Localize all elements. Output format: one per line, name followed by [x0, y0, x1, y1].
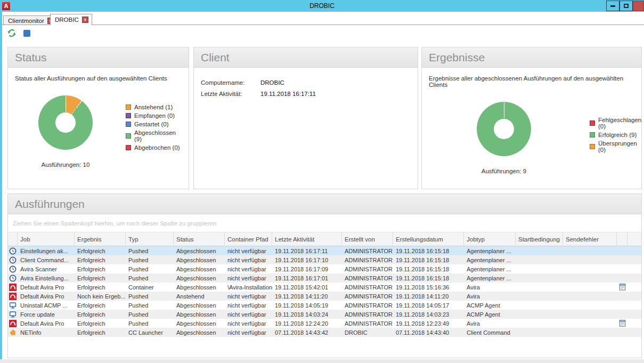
cell-container-pfad: nicht verfügbar: [225, 310, 272, 319]
cell-jobtyp: Agentenplaner ...: [464, 255, 516, 264]
cell-ergebnis: Erfolgreich: [75, 301, 126, 310]
table-row[interactable]: Force updateErfolgreichPushedAbgeschloss…: [8, 310, 641, 319]
cell-startbedingung: [516, 319, 563, 328]
legend-label: Abgeschlossen (9): [134, 130, 182, 142]
table-row[interactable]: Avira Einstellung...ErfolgreichPushedAbg…: [8, 273, 641, 283]
table-row[interactable]: Client Command...ErfolgreichPushedAbgesc…: [8, 255, 641, 264]
cell-ergebnis: Erfolgreich: [75, 310, 126, 319]
cell-startbedingung: [516, 264, 563, 273]
column-header-job[interactable]: Job: [18, 232, 75, 246]
executions-panel-title: Ausführungen: [8, 194, 641, 214]
cell-status: Anstehend: [174, 292, 225, 301]
cell-typ: Container: [126, 283, 174, 292]
cell-erstellungsdatum: 19.11.2018 12:23:49: [393, 319, 464, 328]
legend-label: Abgebrochen (0): [134, 144, 180, 151]
stop-icon: [23, 30, 30, 37]
table-row[interactable]: Default Avira ProErfolgreichContainerAbg…: [8, 283, 641, 292]
cell-letzte-aktivitaet: 07.11.2018 14:43:42: [272, 328, 342, 337]
tab-drobic[interactable]: DROBIC x: [50, 14, 92, 25]
close-button[interactable]: [633, 1, 644, 11]
cell-status: Abgeschlossen: [174, 246, 225, 255]
scheduler-clock-icon: [9, 256, 17, 264]
cell-sendefehler: [563, 301, 617, 310]
table-row[interactable]: Default Avira ProErfolgreichPushedAbgesc…: [8, 319, 641, 328]
refresh-icon: [7, 29, 16, 37]
acmp-agent-icon: [9, 311, 17, 318]
cell-job: Client Command...: [18, 255, 75, 264]
results-total: Ausführungen: 9: [482, 168, 526, 174]
tab-label: DROBIC: [55, 17, 79, 23]
tab-close-icon[interactable]: x: [82, 17, 88, 23]
cell-letzte-aktivitaet: 19.11.2018 14:03:24: [272, 310, 342, 319]
client-field-computername: Computername: DROBIC: [201, 79, 411, 86]
tab-clientmonitor[interactable]: Clientmonitor x: [3, 15, 58, 25]
cell-letzte-aktivitaet: 19.11.2018 14:11:20: [272, 292, 342, 301]
cell-typ: Pushed: [126, 319, 174, 328]
column-header-letzte-aktivität[interactable]: Letzte Aktivität: [272, 232, 342, 246]
column-header-erstellt-von[interactable]: Erstellt von: [342, 232, 393, 246]
cell-sendefehler: [563, 273, 617, 283]
column-header-typ[interactable]: Typ: [126, 232, 174, 246]
avira-icon: [9, 284, 17, 291]
legend-swatch-icon: [126, 113, 131, 118]
grid-header-row: JobErgebnisTypStatusContainer PfadLetzte…: [8, 232, 641, 246]
toolbar: [7, 29, 31, 37]
table-row[interactable]: Default Avira ProNoch kein Ergeb...Pushe…: [8, 292, 641, 301]
maximize-icon: [624, 4, 629, 8]
cell-letzte-aktivitaet: 19.11.2018 16:17:10: [272, 255, 342, 264]
cell-status: Abgeschlossen: [174, 301, 225, 310]
table-row[interactable]: Einstellungen ak...ErfolgreichPushedAbge…: [8, 246, 641, 255]
client-field-letzte-aktivitaet: Letzte Aktivität: 19.11.2018 16:17:11: [201, 91, 411, 97]
table-row[interactable]: Uninstall ACMP ...ErfolgreichPushedAbges…: [8, 301, 641, 310]
legend-item: Erfolgreich (9): [590, 132, 641, 138]
cell-ergebnis: Erfolgreich: [75, 283, 126, 292]
cell-job: NETinfo: [18, 328, 75, 337]
report-clipboard-icon[interactable]: [619, 320, 626, 327]
legend-label: Übersprungen (0): [598, 140, 641, 153]
results-panel-title: Ergebnisse: [422, 47, 641, 68]
minimize-button[interactable]: [606, 1, 619, 11]
cell-erstellt-von: ADMINISTRATOR: [342, 246, 393, 255]
cell-status: Abgeschlossen: [174, 328, 225, 337]
group-by-dropzone[interactable]: Ziehen Sie einen Spaltenkopf hierhin, um…: [8, 214, 641, 232]
column-header-container-pfad[interactable]: Container Pfad: [225, 232, 272, 246]
cell-sendefehler: [563, 283, 617, 292]
legend-label: Fehlgeschlagen (0): [598, 117, 641, 130]
cell-typ: Pushed: [126, 301, 174, 310]
maximize-button[interactable]: [619, 1, 633, 11]
column-header-status[interactable]: Status: [174, 232, 225, 246]
column-header-ergebnis[interactable]: Ergebnis: [75, 232, 126, 246]
table-row[interactable]: Avira ScannerErfolgreichPushedAbgeschlos…: [8, 264, 641, 273]
column-header-startbedingung[interactable]: Startbedingung: [516, 232, 563, 246]
cell-typ: Pushed: [126, 292, 174, 301]
cell-job: Default Avira Pro: [18, 319, 75, 328]
column-header-sendefehler[interactable]: Sendefehler: [563, 232, 617, 246]
column-header-jobtyp[interactable]: Jobtyp: [464, 232, 516, 246]
cell-erstellt-von: ADMINISTRATOR: [342, 319, 393, 328]
cell-ergebnis: Erfolgreich: [75, 255, 126, 264]
cell-erstellungsdatum: 19.11.2018 14:05:17: [393, 301, 464, 310]
report-clipboard-icon[interactable]: [619, 284, 626, 291]
stop-button[interactable]: [22, 29, 31, 37]
cell-status: Abgeschlossen: [174, 255, 225, 264]
column-header-erstellungsdatum[interactable]: Erstellungsdatum: [393, 232, 464, 246]
field-value: 19.11.2018 16:17:11: [260, 91, 316, 97]
results-panel: Ergebnisse Ergebnisse aller abgeschlosse…: [421, 47, 642, 189]
cell-typ: Pushed: [126, 273, 174, 283]
cell-typ: Pushed: [126, 310, 174, 319]
cell-attachment: [617, 246, 627, 255]
cell-attachment: [617, 283, 627, 292]
refresh-button[interactable]: [7, 29, 16, 37]
cell-erstellt-von: ADMINISTRATOR: [342, 292, 393, 301]
cell-status: Abgeschlossen: [174, 283, 225, 292]
column-header-empty: [8, 232, 18, 246]
column-header-empty: [617, 232, 627, 246]
cell-typ: Pushed: [126, 255, 174, 264]
cell-erstellt-von: DROBIC: [342, 328, 393, 337]
status-donut-chart: [38, 95, 93, 150]
cell-jobtyp: Agentenplaner ...: [464, 273, 516, 283]
cell-startbedingung: [516, 246, 563, 255]
cell-sendefehler: [563, 246, 617, 255]
cell-container-pfad: nicht verfügbar: [225, 273, 272, 283]
table-row[interactable]: NETinfoErfolgreichCC LauncherAbgeschloss…: [8, 328, 641, 337]
